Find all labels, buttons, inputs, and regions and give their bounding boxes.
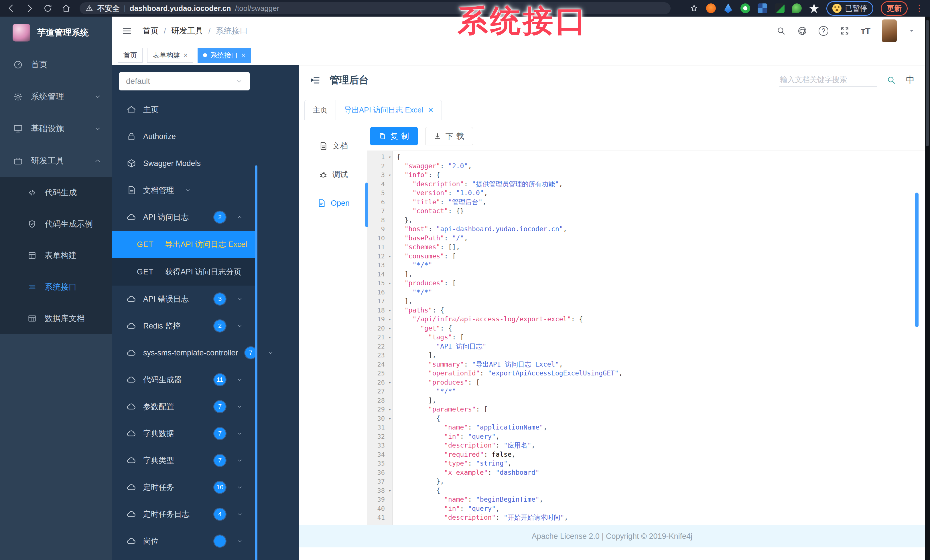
json-punct: { [397, 153, 400, 161]
json-string: "api-dashboard.yudao.iocoder.cn" [436, 225, 563, 233]
fold-toggle-icon[interactable]: ▾ [388, 153, 391, 162]
sidebar-item-研发工具[interactable]: 研发工具 [0, 145, 112, 177]
extension-orange-icon[interactable] [706, 3, 716, 13]
api-menu-item-参数配置[interactable]: 参数配置7 [112, 393, 257, 420]
sidebar-subitem-表单构建[interactable]: 表单构建 [0, 240, 112, 271]
gutter-line: 37 [367, 477, 392, 486]
chevron-down-icon [237, 296, 243, 302]
api-menu-item-定时任务[interactable]: 定时任务10 [112, 474, 257, 501]
doc-search-input[interactable] [779, 73, 877, 87]
doc-tab-导出API 访问日志 Excel[interactable]: 导出API 访问日志 Excel✕ [336, 100, 442, 120]
api-menu-item-字典类型[interactable]: 字典类型7 [112, 447, 257, 474]
gutter-line: 6 [367, 198, 392, 207]
doc-collapse-icon[interactable] [309, 74, 321, 86]
side-tab-label: 文档 [333, 141, 348, 151]
api-operation-导出API 访问日志 Excel[interactable]: GET导出API 访问日志 Excel [112, 231, 257, 258]
extension-green-circle-icon[interactable] [741, 3, 750, 13]
chrome-update-button[interactable]: 更新 [881, 1, 908, 16]
chevron-down-icon [94, 93, 102, 100]
sidebar-item-label: 基础设施 [31, 123, 64, 135]
language-switch-icon[interactable]: 中 [906, 74, 915, 86]
fold-toggle-icon[interactable]: ▾ [388, 486, 391, 496]
browser-home-icon[interactable] [61, 3, 71, 13]
api-menu-item-sys-sms-template-controller[interactable]: sys-sms-template-controller7 [112, 339, 257, 366]
api-sidebar-scrollbar-thumb[interactable] [255, 166, 257, 560]
fold-toggle-icon[interactable]: ▾ [388, 306, 391, 315]
fold-toggle-icon[interactable]: ▾ [388, 414, 391, 423]
side-tab-文档[interactable]: 文档 [299, 132, 367, 160]
help-icon[interactable]: ? [819, 26, 828, 36]
profile-paused-badge[interactable]: 已暂停 [826, 1, 873, 16]
tag-表单构建[interactable]: 表单构建× [147, 48, 193, 63]
extension-leaf-icon[interactable] [792, 3, 802, 13]
json-string: "提供管理员管理的所有功能" [472, 180, 559, 188]
extension-pin-icon[interactable] [809, 3, 819, 13]
api-menu-item-Redis 监控[interactable]: Redis 监控2 [112, 313, 257, 339]
browser-forward-icon[interactable] [25, 3, 34, 13]
fold-toggle-icon[interactable]: ▾ [388, 324, 391, 333]
api-menu-item-岗位[interactable]: 岗位 [112, 528, 257, 555]
fold-toggle-icon[interactable]: ▾ [388, 405, 391, 414]
content-scrollbar-thumb[interactable] [915, 193, 919, 327]
tag-系统接口[interactable]: 系统接口× [197, 48, 251, 63]
sidebar-toggle-icon[interactable] [122, 26, 132, 36]
sidebar-item-首页[interactable]: 首页 [0, 49, 112, 81]
font-size-icon[interactable]: тT [861, 26, 870, 36]
api-menu-item-字典数据[interactable]: 字典数据7 [112, 420, 257, 447]
api-group-select[interactable]: default [119, 72, 250, 91]
api-menu-item-定时任务日志[interactable]: 定时任务日志4 [112, 501, 257, 528]
sidebar-item-基础设施[interactable]: 基础设施 [0, 113, 112, 145]
api-menu-item-文档管理[interactable]: 文档管理 [112, 177, 257, 204]
fold-toggle-icon[interactable]: ▾ [388, 333, 391, 342]
side-tab-调试[interactable]: 调试 [299, 160, 367, 189]
fold-toggle-icon[interactable]: ▾ [388, 279, 391, 288]
api-menu-item-API 访问日志[interactable]: API 访问日志2 [112, 204, 257, 231]
extension-blue-drop-icon[interactable] [723, 3, 733, 13]
api-operation-获得API 访问日志分页[interactable]: GET获得API 访问日志分页 [112, 258, 257, 285]
doc-search-icon[interactable] [887, 75, 896, 85]
sidebar-subitem-代码生成示例[interactable]: 代码生成示例 [0, 208, 112, 240]
doc-tab-主页[interactable]: 主页 [304, 100, 336, 120]
tag-首页[interactable]: 首页 [118, 48, 143, 63]
app-logo-row[interactable]: 芋道管理系统 [0, 17, 112, 49]
user-avatar[interactable] [882, 20, 897, 42]
fold-toggle-icon[interactable]: ▾ [388, 315, 391, 324]
avatar-caret-icon[interactable] [908, 28, 915, 34]
search-icon[interactable] [776, 26, 786, 36]
sidebar-subitem-代码生成[interactable]: 代码生成 [0, 177, 112, 208]
extension-grid-icon[interactable] [758, 3, 767, 13]
browser-back-icon[interactable] [6, 3, 16, 13]
breadcrumb-item[interactable]: 研发工具 [171, 26, 203, 36]
breadcrumb-item[interactable]: 首页 [143, 26, 159, 36]
sidebar-item-系统管理[interactable]: 系统管理 [0, 81, 112, 113]
github-icon[interactable] [798, 26, 807, 36]
line-number: 31 [377, 423, 385, 432]
fullscreen-icon[interactable] [840, 26, 850, 36]
api-menu-item-Authorize[interactable]: Authorize [112, 123, 257, 150]
gutter-line: 2 [367, 162, 392, 171]
api-menu-item-主页[interactable]: 主页 [112, 96, 257, 123]
side-tab-Open[interactable]: Open [299, 189, 367, 218]
api-menu-item-Swagger Models[interactable]: Swagger Models [112, 150, 257, 177]
sidebar-item-label: 系统管理 [31, 91, 64, 103]
copy-button[interactable]: 复 制 [370, 127, 418, 145]
api-menu-item-代码生成器[interactable]: 代码生成器11 [112, 366, 257, 393]
tag-close-icon[interactable]: × [183, 51, 188, 59]
tag-close-icon[interactable]: × [242, 51, 245, 59]
line-number: 30 [377, 414, 385, 423]
browser-refresh-icon[interactable] [43, 3, 53, 13]
extension-dark-green-icon[interactable] [775, 3, 785, 13]
address-bar[interactable]: 不安全 | dashboard.yudao.iocoder.cn /tool/s… [80, 2, 671, 14]
fold-toggle-icon[interactable]: ▾ [388, 378, 391, 387]
chrome-menu-icon[interactable]: ⋮ [915, 4, 924, 12]
sidebar-subitem-数据库文档[interactable]: 数据库文档 [0, 303, 112, 334]
tab-close-icon[interactable]: ✕ [428, 106, 434, 114]
sidebar-subitem-系统接口[interactable]: 系统接口 [0, 271, 112, 303]
bookmark-star-icon[interactable] [690, 4, 699, 13]
fold-toggle-icon[interactable]: ▾ [388, 171, 391, 180]
window-scrollbar[interactable] [925, 17, 930, 560]
window-scrollbar-thumb[interactable] [926, 20, 929, 146]
api-menu-item-API 错误日志[interactable]: API 错误日志3 [112, 285, 257, 313]
fold-toggle-icon[interactable]: ▾ [388, 252, 391, 261]
download-button[interactable]: 下 载 [425, 127, 473, 145]
